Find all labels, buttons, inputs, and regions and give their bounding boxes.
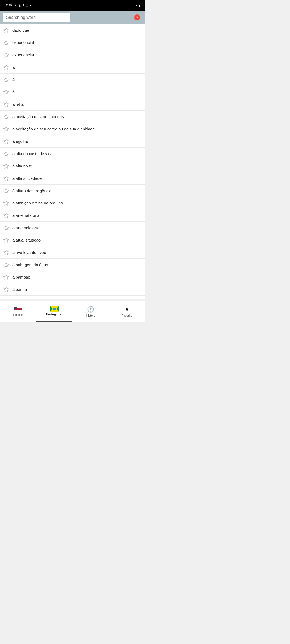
list-item[interactable]: a aceitação das mercadorias [0,111,145,123]
svg-marker-5 [4,89,9,94]
list-item[interactable]: à barba [0,296,145,299]
word-text: a bambão [12,275,142,279]
list-item[interactable]: a bambão [0,271,145,283]
star-icon[interactable] [3,200,9,206]
star-icon[interactable] [3,77,9,83]
word-text: experiencial [12,40,142,45]
star-icon[interactable] [3,237,9,243]
list-item[interactable]: ã [0,86,145,98]
status-time: 17:56 [4,4,12,7]
list-item[interactable]: a [0,61,145,74]
star-icon[interactable] [3,126,9,132]
word-text: à [12,77,142,82]
svg-marker-3 [4,65,9,69]
nav-label-english: English [13,313,23,316]
svg-marker-18 [4,250,9,254]
word-text: a arte pela arte [12,225,142,230]
nav-item-favorite[interactable]: ★Favorite [109,301,145,322]
word-text: a arte natatória [12,213,142,218]
star-icon[interactable] [3,52,9,58]
english-flag-icon [14,307,22,312]
nav-item-history[interactable]: 🕐History [73,301,109,322]
star-icon[interactable] [3,89,9,95]
info-icon: ℹ [23,4,24,7]
status-bar: 17:56 ⚙ 🐧 ℹ ◫ • ▲ ▮ [0,0,145,11]
svg-marker-4 [4,77,9,82]
word-text: ã [12,90,142,94]
list-item[interactable]: experienciar [0,49,145,61]
star-icon[interactable] [3,213,9,218]
nav-item-english[interactable]: English [0,301,36,322]
list-item[interactable]: a arte natatória [0,209,145,222]
dot-icon: • [30,4,31,7]
star-icon[interactable] [3,262,9,268]
list-item[interactable]: à [0,74,145,86]
svg-marker-0 [4,28,9,32]
svg-marker-17 [4,237,9,242]
svg-marker-2 [4,52,9,57]
svg-marker-1 [4,40,9,45]
list-item[interactable]: a aceitação de seu cargo ou de sua digni… [0,123,145,135]
portuguese-flag-icon [50,306,59,312]
svg-marker-19 [4,262,9,267]
list-item[interactable]: a! a! a! [0,98,145,111]
star-icon[interactable] [3,175,9,181]
word-text: à banda [12,287,142,292]
list-item[interactable]: dado que [0,24,145,36]
system-icon: 🐧 [18,4,21,7]
nav-item-portuguese[interactable]: Portuguese [36,301,73,322]
list-item[interactable]: à babugem da água [0,259,145,271]
star-icon[interactable] [3,151,9,157]
svg-marker-15 [4,213,9,217]
word-text: à babugem da água [12,262,142,267]
word-text: a alta do custo de vida [12,151,142,156]
list-item[interactable]: a atual situação [0,234,145,246]
word-text: à alta noite [12,164,142,168]
word-text: a ave levantou vôo [12,250,142,255]
star-icon[interactable] [3,40,9,46]
svg-marker-21 [4,287,9,291]
star-icon[interactable] [3,114,9,120]
star-icon[interactable] [3,27,9,33]
word-text: à altura das exigências [12,188,142,193]
star-icon[interactable] [3,250,9,255]
list-item[interactable]: experiencial [0,36,145,49]
list-item[interactable]: a ave levantou vôo [0,246,145,259]
display-icon: ◫ [26,4,28,7]
settings-icon: ⚙ [13,4,16,7]
favorite-icon: ★ [124,306,130,313]
list-item[interactable]: a alta do custo de vida [0,148,145,160]
star-icon[interactable] [3,163,9,169]
star-icon[interactable] [3,101,9,107]
star-icon[interactable] [3,287,9,292]
svg-marker-20 [4,275,9,279]
svg-marker-7 [4,114,9,119]
svg-marker-13 [4,188,9,193]
list-item[interactable]: a ambição é filha do orgulho [0,197,145,209]
svg-marker-10 [4,151,9,156]
word-text: à agulha [12,139,142,144]
wifi-icon: ▲ [135,4,138,7]
list-item[interactable]: à altura das exigências [0,185,145,197]
word-text: a aceitação de seu cargo ou de sua digni… [12,127,142,131]
nav-label-history: History [86,314,95,317]
search-clear-button[interactable]: × [134,14,140,20]
svg-marker-8 [4,126,9,131]
star-icon[interactable] [3,274,9,280]
word-text: a! a! a! [12,102,142,107]
list-item[interactable]: à agulha [0,135,145,148]
word-text: dado que [12,28,142,32]
star-icon[interactable] [3,188,9,194]
star-icon[interactable] [3,64,9,70]
star-icon[interactable] [3,225,9,231]
list-item[interactable]: à banda [0,283,145,296]
word-list: dado que experiencial experienciar a à ã… [0,24,145,299]
list-item[interactable]: a arte pela arte [0,222,145,234]
star-icon[interactable] [3,138,9,144]
svg-marker-16 [4,225,9,230]
search-input[interactable] [3,13,70,22]
list-item[interactable]: a alta sociedade [0,172,145,185]
list-item[interactable]: à alta noite [0,160,145,172]
star-icon[interactable] [3,299,9,299]
search-bar: × [0,11,145,24]
